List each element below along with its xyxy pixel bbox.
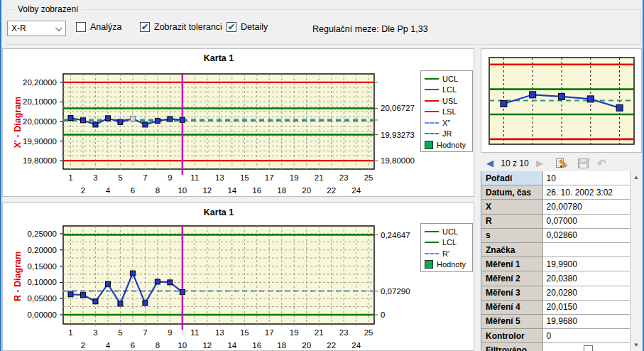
filtered-checkbox[interactable]	[584, 345, 593, 351]
svg-text:14: 14	[227, 341, 236, 350]
legend-line-swatch	[425, 122, 439, 124]
data-point-4[interactable]	[105, 281, 110, 286]
row-header[interactable]: R	[481, 215, 543, 229]
svg-text:9: 9	[168, 173, 172, 182]
data-point-9[interactable]	[168, 117, 173, 122]
svg-text:5: 5	[118, 173, 122, 182]
previous-record-icon[interactable]: ◀	[485, 158, 495, 168]
row-value[interactable]	[543, 343, 630, 351]
row-value[interactable]: 26. 10. 2002 3:02	[543, 185, 630, 200]
row-header[interactable]: Filtrováno	[481, 343, 543, 351]
legend-label: R'	[442, 249, 449, 258]
undo-icon[interactable]: ↶	[597, 157, 606, 170]
table-row: Měření 519,9680	[481, 315, 630, 329]
svg-text:0,25000: 0,25000	[27, 230, 57, 238]
row-value[interactable]: 19,9680	[543, 315, 630, 329]
subgroup-preview-panel	[481, 48, 642, 153]
chart-type-select[interactable]: X-R	[7, 21, 66, 36]
xbar-legend: UCLLCLUSLLSLX"JRHodnoty	[420, 70, 473, 152]
legend-item: Hodnoty	[425, 140, 469, 149]
data-point-3[interactable]	[559, 93, 565, 99]
row-value[interactable]	[543, 243, 630, 257]
data-point-3[interactable]	[93, 122, 98, 127]
row-value[interactable]: 20,0380	[543, 271, 630, 286]
xbar-chart-plot[interactable]: 20,2000020,1000020,0000019,9000019,80000…	[3, 49, 475, 198]
row-value[interactable]: 20,0150	[543, 301, 630, 315]
svg-text:6: 6	[131, 341, 135, 350]
data-point-8[interactable]	[155, 279, 160, 284]
legend-line-swatch	[425, 253, 439, 254]
svg-text:20: 20	[302, 186, 311, 195]
svg-text:0,10000: 0,10000	[27, 278, 57, 286]
save-record-icon[interactable]	[578, 158, 589, 168]
row-value[interactable]: 20,0280	[543, 286, 630, 301]
scroll-up-icon[interactable]: ▲	[631, 171, 642, 183]
detaily-checkbox-box[interactable]: ✔	[227, 22, 236, 32]
data-point-7[interactable]	[143, 122, 148, 127]
table-scrollbar[interactable]: ▲ ▼	[630, 171, 642, 351]
data-point-10[interactable]	[180, 290, 185, 295]
svg-text:11: 11	[190, 173, 199, 182]
next-record-icon[interactable]: ▶	[535, 158, 545, 168]
svg-text:14: 14	[227, 186, 236, 195]
row-value[interactable]: 19,9900	[543, 257, 630, 271]
row-value[interactable]: 0	[543, 329, 630, 343]
data-point-5[interactable]	[616, 104, 623, 111]
legend-line-swatch	[425, 111, 439, 112]
legend-line-swatch	[425, 242, 439, 243]
row-header[interactable]: Kontrolor	[481, 329, 543, 343]
data-point-3[interactable]	[93, 299, 98, 304]
row-header[interactable]: Měření 5	[481, 315, 543, 329]
data-point-5[interactable]	[118, 119, 123, 124]
row-header[interactable]: Datum, čas	[481, 185, 543, 200]
range-chart-plot[interactable]: 0,250000,200000,150000,100000,050000,000…	[3, 203, 475, 351]
svg-text:8: 8	[155, 186, 160, 195]
data-point-4[interactable]	[587, 96, 594, 102]
row-value[interactable]: 10	[543, 171, 630, 185]
data-point-2[interactable]	[80, 118, 85, 123]
row-header[interactable]: Značka	[481, 243, 543, 257]
data-point-6[interactable]	[130, 116, 135, 121]
svg-text:13: 13	[215, 328, 224, 337]
row-header[interactable]: Pořadí	[481, 171, 543, 185]
data-point-1[interactable]	[68, 292, 73, 297]
checkbox-analyza[interactable]: Analýza	[76, 22, 121, 32]
row-header[interactable]: s	[481, 229, 543, 243]
row-header[interactable]: Měření 3	[481, 286, 543, 301]
subgroup-preview-plot	[489, 57, 635, 145]
row-value[interactable]: 0,02860	[543, 229, 630, 243]
row-value[interactable]: 20,00780	[543, 200, 630, 214]
floppy-shutter	[581, 159, 586, 162]
checkbox-detaily[interactable]: ✔ Detaily	[227, 22, 268, 32]
data-point-10[interactable]	[180, 117, 185, 122]
row-header[interactable]: Měření 2	[481, 271, 543, 286]
legend-line-swatch	[425, 231, 439, 232]
scroll-down-icon[interactable]: ▼	[631, 339, 642, 351]
checkbox-zobrazit-toleranci[interactable]: ✔ Zobrazit toleranci	[140, 22, 222, 32]
legend-item: UCL	[425, 227, 469, 236]
row-header[interactable]: X	[481, 200, 543, 214]
legend-label: Hodnoty	[437, 260, 466, 269]
svg-text:10: 10	[178, 186, 187, 195]
svg-text:0: 0	[381, 310, 385, 319]
data-point-5[interactable]	[118, 301, 123, 306]
data-point-9[interactable]	[168, 280, 173, 285]
legend-label: LSL	[442, 107, 457, 116]
row-header[interactable]: Měření 4	[481, 301, 543, 315]
data-point-2[interactable]	[80, 293, 85, 298]
zobrazit-toleranci-checkbox-box[interactable]: ✔	[140, 22, 150, 32]
data-point-1[interactable]	[68, 116, 73, 121]
data-point-2[interactable]	[530, 92, 536, 98]
analyza-checkbox-box[interactable]	[76, 22, 86, 32]
data-point-1[interactable]	[501, 100, 507, 107]
svg-text:21: 21	[315, 173, 324, 182]
data-point-4[interactable]	[105, 116, 110, 121]
svg-text:22: 22	[327, 186, 336, 195]
data-point-7[interactable]	[143, 301, 148, 306]
legend-item: JR	[425, 129, 469, 139]
edit-record-icon[interactable]	[556, 158, 568, 169]
data-point-6[interactable]	[130, 271, 135, 276]
row-value[interactable]: 0,07000	[543, 215, 630, 229]
row-header[interactable]: Měření 1	[481, 257, 543, 271]
data-point-8[interactable]	[155, 119, 160, 124]
